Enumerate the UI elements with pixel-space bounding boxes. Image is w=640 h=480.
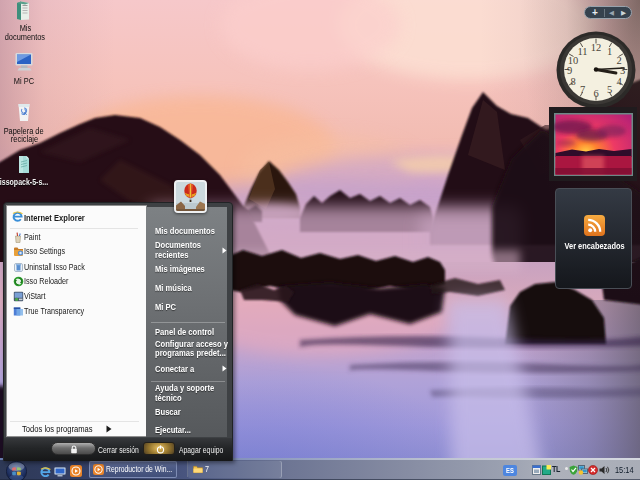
svg-text:3: 3 xyxy=(620,65,625,76)
svg-text:7: 7 xyxy=(580,84,585,95)
svg-text:6: 6 xyxy=(593,88,598,99)
svg-text:8: 8 xyxy=(570,76,575,87)
svg-text:5: 5 xyxy=(607,84,612,95)
svg-text:9: 9 xyxy=(567,65,572,76)
svg-text:1: 1 xyxy=(607,46,612,57)
svg-text:12: 12 xyxy=(591,42,602,53)
svg-text:10: 10 xyxy=(568,55,579,66)
svg-text:4: 4 xyxy=(616,76,622,87)
svg-text:11: 11 xyxy=(577,46,587,57)
